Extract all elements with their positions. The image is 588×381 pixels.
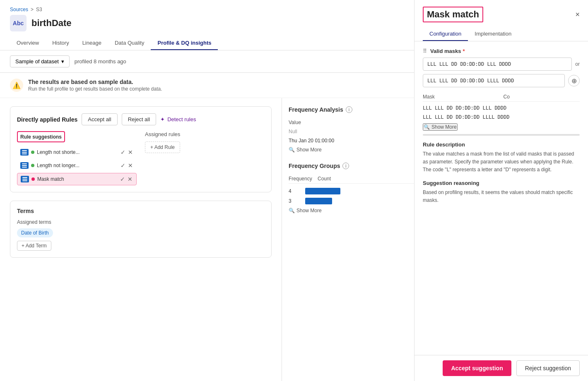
- assigned-terms-label: Assigned terms: [17, 219, 265, 225]
- freq-value-null: Null: [289, 129, 330, 134]
- mask-input-row-1: or: [423, 58, 580, 71]
- tab-overview[interactable]: Overview: [10, 36, 46, 50]
- freq-groups-title: Frequency Groups: [289, 163, 340, 169]
- rule-item-length-longer: Length not longer... ✓ ✕: [17, 160, 137, 171]
- drag-icon: ⠿: [423, 48, 427, 54]
- mask-input-1[interactable]: [423, 58, 572, 71]
- mask-col-header-2: Co: [504, 94, 580, 100]
- side-panel: Mask match × Configuration Implementatio…: [414, 0, 588, 381]
- add-mask-button[interactable]: ⊕: [568, 75, 580, 86]
- search-icon-3: 🔍: [424, 124, 430, 130]
- accept-rule-button[interactable]: ✓: [120, 149, 126, 156]
- rule-suggestions-panel: Rule suggestions: [17, 131, 137, 185]
- freq-bar-2: [305, 198, 332, 204]
- rules-section-title: Directly applied Rules: [17, 116, 77, 123]
- rule-name-3: Mask match: [37, 176, 117, 182]
- freq-col-header: Frequency: [289, 176, 313, 182]
- field-type-icon: Abc: [10, 15, 27, 31]
- add-term-button[interactable]: + Add Term: [17, 241, 51, 251]
- rule-icon-2: [20, 162, 29, 169]
- warning-icon: ⚠️: [10, 79, 23, 92]
- show-more-groups-button[interactable]: 🔍 Show More: [289, 206, 322, 215]
- reject-suggestion-button[interactable]: Reject suggestion: [516, 360, 580, 376]
- breadcrumb-sep: >: [31, 7, 34, 12]
- mask-col-header: Mask: [423, 94, 499, 100]
- rule-name-2: Length not longer...: [37, 163, 118, 168]
- reject-all-button[interactable]: Reject all: [122, 113, 156, 125]
- rule-suggestions-label: Rule suggestions: [20, 134, 62, 140]
- accept-all-button[interactable]: Accept all: [82, 113, 117, 125]
- rule-suggestions-box: Rule suggestions: [17, 131, 65, 142]
- or-text: or: [575, 61, 580, 67]
- tab-data-quality[interactable]: Data Quality: [108, 36, 151, 50]
- freq-analysis-title: Frequency Analysis: [289, 106, 343, 113]
- warning-subtitle: Run the full profile to get results base…: [28, 86, 162, 92]
- assigned-rules-label: Assigned rules: [145, 131, 265, 137]
- tab-history[interactable]: History: [46, 36, 75, 50]
- tab-configuration[interactable]: Configuration: [423, 27, 468, 41]
- freq-group-num-1: 4: [289, 188, 301, 194]
- rule-dot: [31, 151, 34, 154]
- accept-rule-button-3[interactable]: ✓: [120, 175, 125, 183]
- side-panel-body: ⠿ Valid masks * or ⊕ Mask Co LLL LLL DD …: [414, 41, 588, 355]
- add-rule-button[interactable]: + Add Rule: [145, 141, 180, 153]
- term-tag: Date of Birth: [17, 228, 53, 237]
- accept-suggestion-button[interactable]: Accept suggestion: [443, 360, 511, 376]
- mask-input-2[interactable]: [423, 74, 565, 87]
- side-panel-title: Mask match: [423, 7, 483, 22]
- mask-table-row-2: LLL LLL DD DD:DD:DD LLLL DDDD: [423, 113, 580, 122]
- warning-title: The results are based on sample data.: [28, 79, 162, 85]
- detect-rules-button[interactable]: ✦ Detect rules: [160, 116, 196, 122]
- rule-name: Length not shorte...: [37, 149, 118, 155]
- reject-rule-button-2[interactable]: ✕: [128, 162, 133, 169]
- rule-description: Rule description The value matches a mas…: [423, 141, 580, 174]
- suggestion-reasoning: Suggestion reasoning Based on profiling …: [423, 180, 580, 204]
- freq-value-date: Thu Jan 20 01:00:00: [289, 138, 334, 144]
- count-col-header: Count: [318, 176, 331, 182]
- valid-masks-label: ⠿ Valid masks *: [423, 48, 580, 54]
- terms-title: Terms: [17, 208, 265, 214]
- sample-select[interactable]: Sample of dataset ▾: [10, 55, 70, 67]
- required-star: *: [463, 48, 465, 54]
- page-title: birthDate: [31, 18, 72, 29]
- sources-link[interactable]: Sources: [10, 7, 28, 12]
- gray-bar: [423, 134, 580, 136]
- rule-icon-3: [21, 176, 29, 182]
- tab-profile-dq[interactable]: Profile & DQ insights: [151, 36, 218, 50]
- reject-rule-button-3[interactable]: ✕: [127, 175, 133, 183]
- rule-desc-text: The value matches a mask from the list o…: [423, 150, 580, 174]
- accept-rule-button-2[interactable]: ✓: [120, 162, 126, 169]
- freq-bar-1: [305, 188, 340, 194]
- tab-lineage[interactable]: Lineage: [76, 36, 108, 50]
- mask-input-row-2: ⊕: [423, 74, 580, 87]
- rule-desc-title: Rule description: [423, 141, 580, 148]
- terms-section: Terms Assigned terms Date of Birth + Add…: [10, 201, 272, 258]
- rules-section: Directly applied Rules Accept all Reject…: [10, 106, 272, 192]
- mask-table-row-1: LLL LLL DD DD:DD:DD LLL DDDD: [423, 103, 580, 113]
- mask-table: Mask Co LLL LLL DD DD:DD:DD LLL DDDD LLL…: [423, 92, 580, 122]
- reject-rule-button[interactable]: ✕: [128, 149, 133, 156]
- rule-dot-2: [31, 164, 34, 167]
- rule-item-mask-match: Mask match ✓ ✕: [17, 173, 137, 185]
- info-icon-2: i: [342, 163, 349, 169]
- chevron-down-icon: ▾: [61, 58, 64, 65]
- rule-icon: [20, 149, 29, 156]
- rule-dot-3: [31, 177, 35, 181]
- side-panel-tabs: Configuration Implementation: [423, 27, 580, 41]
- profiled-label: profiled 8 months ago: [75, 58, 126, 65]
- freq-group-num-2: 3: [289, 198, 301, 204]
- assigned-rules-panel: Assigned rules + Add Rule: [145, 131, 265, 185]
- suggestion-reasoning-title: Suggestion reasoning: [423, 180, 580, 186]
- s3-link: S3: [36, 7, 42, 12]
- info-icon: i: [346, 106, 352, 113]
- suggestion-reasoning-text: Based on profiling results, it seems the…: [423, 189, 580, 204]
- close-button[interactable]: ×: [575, 10, 580, 19]
- side-panel-footer: Accept suggestion Reject suggestion: [414, 355, 588, 381]
- show-more-freq-button[interactable]: 🔍 Show More: [289, 145, 322, 154]
- search-icon: 🔍: [289, 147, 295, 153]
- tab-implementation[interactable]: Implementation: [468, 27, 518, 41]
- search-icon-2: 🔍: [289, 208, 295, 213]
- show-more-masks-button[interactable]: 🔍 Show More: [423, 123, 458, 131]
- rule-item-length-shorter: Length not shorte... ✓ ✕: [17, 146, 137, 158]
- sparkle-icon: ✦: [160, 116, 165, 122]
